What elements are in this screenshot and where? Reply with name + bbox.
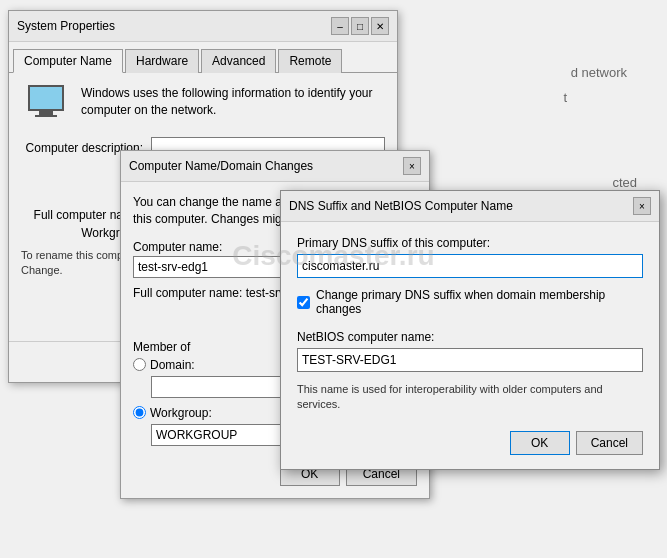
primary-dns-input[interactable] [297, 254, 643, 278]
dns-titlebar: DNS Suffix and NetBIOS Computer Name × [281, 191, 659, 222]
tab-computer-name[interactable]: Computer Name [13, 49, 123, 73]
dns-info-text: This name is used for interoperability w… [297, 382, 643, 413]
computer-icon [21, 85, 71, 125]
cnd-close-button[interactable]: × [403, 157, 421, 175]
domain-label: Domain: [150, 358, 195, 372]
workgroup-radio-label: Workgroup: [150, 406, 212, 420]
sys-top-text: Windows uses the following information t… [81, 85, 385, 119]
bg-text-2: t [563, 90, 567, 105]
dns-checkbox-row: Change primary DNS suffix when domain me… [297, 288, 643, 316]
dns-close-button[interactable]: × [633, 197, 651, 215]
system-properties-title: System Properties [17, 19, 115, 33]
dns-bottom-buttons: OK Cancel [297, 427, 643, 455]
monitor-graphic [28, 85, 64, 111]
cnd-title: Computer Name/Domain Changes [129, 159, 313, 173]
tab-hardware[interactable]: Hardware [125, 49, 199, 73]
system-properties-titlebar: System Properties – □ ✕ [9, 11, 397, 42]
bg-text-1: d network [571, 65, 627, 80]
tab-remote[interactable]: Remote [278, 49, 342, 73]
cnd-titlebar: Computer Name/Domain Changes × [121, 151, 429, 182]
minimize-button[interactable]: – [331, 17, 349, 35]
tabs-bar: Computer Name Hardware Advanced Remote [9, 42, 397, 73]
dns-dialog: DNS Suffix and NetBIOS Computer Name × P… [280, 190, 660, 470]
workgroup-radio[interactable] [133, 406, 146, 419]
dns-ok-button[interactable]: OK [510, 431, 570, 455]
maximize-button[interactable]: □ [351, 17, 369, 35]
netbios-input[interactable] [297, 348, 643, 372]
tab-advanced[interactable]: Advanced [201, 49, 276, 73]
netbios-label: NetBIOS computer name: [297, 330, 643, 344]
dns-cancel-button[interactable]: Cancel [576, 431, 643, 455]
sys-top-section: Windows uses the following information t… [21, 85, 385, 125]
cnd-fullname-label: Full computer name: [133, 286, 242, 300]
dns-content: Primary DNS suffix of this computer: Cha… [281, 222, 659, 469]
bg-text-3: cted [612, 175, 637, 190]
close-button[interactable]: ✕ [371, 17, 389, 35]
dns-dialog-title: DNS Suffix and NetBIOS Computer Name [289, 199, 513, 213]
primary-dns-label: Primary DNS suffix of this computer: [297, 236, 643, 250]
cnd-titlebar-controls: × [403, 157, 421, 175]
dns-checkbox-label: Change primary DNS suffix when domain me… [316, 288, 643, 316]
domain-radio[interactable] [133, 358, 146, 371]
titlebar-controls: – □ ✕ [331, 17, 389, 35]
monitor-base [35, 115, 57, 117]
dns-change-checkbox[interactable] [297, 296, 310, 309]
